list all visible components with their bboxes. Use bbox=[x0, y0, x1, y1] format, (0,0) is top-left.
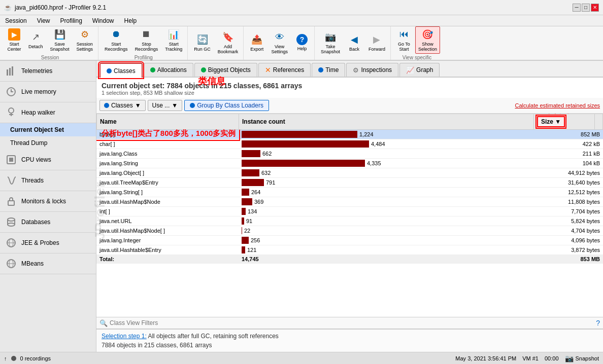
close-button[interactable]: ✕ bbox=[591, 4, 599, 12]
sidebar-item-cpu-views[interactable]: CPU views bbox=[0, 150, 96, 170]
menu-view[interactable]: View bbox=[34, 16, 53, 25]
tab-biggest-objects[interactable]: Biggest Objects bbox=[194, 63, 257, 77]
table-row[interactable]: java.util.HashMap$Node 369 11,808 bytes bbox=[96, 197, 603, 207]
add-bookmark-button[interactable]: 🔖 AddBookmark bbox=[215, 29, 242, 56]
sidebar-item-heap-walker[interactable]: Heap walker bbox=[0, 102, 96, 123]
content-toolbar: Classes ▼ Use ... ▼ Group By Class Loade… bbox=[96, 98, 603, 114]
table-scroll[interactable]: byte[ ] 1,224 852 MB char[ ] 4,484 422 k… bbox=[96, 130, 603, 317]
take-snapshot-button[interactable]: 📷 TakeSnapshot bbox=[318, 29, 343, 56]
show-selection-button[interactable]: 🎯 ShowSelection bbox=[415, 26, 440, 54]
sidebar-item-label: Monitors & locks bbox=[21, 198, 66, 205]
graph-icon: 📈 bbox=[406, 66, 414, 74]
tab-references[interactable]: ✕ References bbox=[258, 63, 311, 77]
cell-size: 4,704 bytes bbox=[542, 226, 603, 236]
cell-instance-count: 256 bbox=[239, 236, 542, 245]
sidebar-item-label: Live memory bbox=[21, 88, 56, 95]
menu-profiling[interactable]: Profiling bbox=[57, 16, 85, 25]
table-row[interactable]: int[ ] 134 7,704 bytes bbox=[96, 207, 603, 216]
sidebar-item-thread-dump[interactable]: Thread Dump bbox=[0, 136, 96, 150]
table-row[interactable]: java.util.HashMap$Node[ ] 22 4,704 bytes bbox=[96, 226, 603, 236]
sidebar-item-current-object-set[interactable]: Current Object Set bbox=[0, 123, 96, 136]
table-row[interactable]: char[ ] 4,484 422 kB bbox=[96, 139, 603, 149]
maximize-button[interactable]: □ bbox=[582, 4, 590, 12]
svg-rect-1 bbox=[9, 68, 11, 76]
cell-class-name: java.util.TreeMap$Entry bbox=[96, 178, 239, 188]
references-icon: ✕ bbox=[265, 66, 271, 74]
menu-session[interactable]: Session bbox=[2, 16, 30, 25]
start-tracking-button[interactable]: 📊 StartTracking bbox=[162, 26, 185, 54]
forward-button[interactable]: ▶ Forward bbox=[365, 31, 388, 54]
menu-help[interactable]: Help bbox=[121, 16, 140, 25]
tab-dot bbox=[150, 67, 155, 72]
group-by-class-loaders-button[interactable]: Group By Class Loaders bbox=[184, 100, 269, 111]
cell-instance-count: 134 bbox=[239, 207, 542, 216]
cell-class-name: java.lang.String[ ] bbox=[96, 188, 239, 197]
class-filter-input[interactable] bbox=[110, 319, 596, 326]
cell-class-name: int[ ] bbox=[96, 207, 239, 216]
sidebar-item-label: Threads bbox=[21, 177, 44, 184]
help-button[interactable]: ? Help bbox=[292, 32, 312, 53]
start-recordings-button[interactable]: ⏺ StartRecordings bbox=[102, 26, 131, 54]
cell-class-name: java.lang.String bbox=[96, 159, 239, 168]
selection-step-link[interactable]: Selection step 1: bbox=[102, 333, 147, 340]
heap-walker-icon bbox=[5, 106, 17, 119]
go-to-start-button[interactable]: ⏮ Go ToStart bbox=[394, 26, 414, 54]
sidebar: Telemetries Live memory Heap walker Curr… bbox=[0, 61, 96, 352]
tab-classes[interactable]: Classes bbox=[99, 63, 143, 78]
save-snapshot-button[interactable]: 💾 SaveSnapshot bbox=[47, 26, 73, 54]
cell-class-name: java.util.Hashtable$Entry bbox=[96, 245, 239, 255]
menu-window[interactable]: Window bbox=[89, 16, 117, 25]
filter-help-icon[interactable]: ? bbox=[596, 319, 600, 327]
databases-icon bbox=[5, 216, 17, 228]
cell-class-name: java.net.URL bbox=[96, 216, 239, 226]
cell-size: 104 kB bbox=[542, 159, 603, 168]
scroll-spacer bbox=[595, 114, 603, 130]
sidebar-item-mbeans[interactable]: MBeans bbox=[0, 253, 96, 274]
tab-graph[interactable]: 📈 Graph bbox=[399, 63, 440, 77]
export-button[interactable]: 📤 Export bbox=[247, 31, 267, 54]
sidebar-item-label: Telemetries bbox=[21, 67, 52, 75]
annotation-class-info: 类信息 bbox=[198, 75, 225, 87]
back-button[interactable]: ◀ Back bbox=[344, 31, 364, 54]
table-row[interactable]: java.lang.Object[ ] 632 44,912 bytes bbox=[96, 168, 603, 178]
calculate-retained-sizes-link[interactable]: Calculate estimated retained sizes bbox=[515, 102, 600, 108]
stop-recordings-button[interactable]: ⏹ StopRecordings bbox=[132, 26, 161, 54]
classes-dropdown[interactable]: Classes ▼ bbox=[99, 100, 146, 111]
minimize-button[interactable]: ─ bbox=[573, 4, 581, 12]
total-size: 853 MB bbox=[542, 255, 603, 264]
sidebar-item-threads[interactable]: Threads bbox=[0, 170, 96, 191]
tab-inspections[interactable]: ⚙ Inspections bbox=[346, 63, 398, 77]
table-row[interactable]: java.util.TreeMap$Entry 791 31,640 bytes bbox=[96, 178, 603, 188]
tab-allocations[interactable]: Allocations bbox=[144, 63, 193, 77]
table-row[interactable]: java.util.Hashtable$Entry 121 3,872 byte… bbox=[96, 245, 603, 255]
sidebar-item-monitors-locks[interactable]: Monitors & locks bbox=[0, 191, 96, 212]
cpu-views-icon bbox=[5, 154, 17, 166]
table-row[interactable]: java.lang.String[ ] 264 12,512 bytes bbox=[96, 188, 603, 197]
tab-time[interactable]: Time bbox=[312, 63, 345, 77]
table-row[interactable]: java.lang.String 4,335 104 kB bbox=[96, 159, 603, 168]
sidebar-item-telemetries[interactable]: Telemetries bbox=[0, 61, 96, 82]
table-row[interactable]: java.lang.Integer 256 4,096 bytes bbox=[96, 236, 603, 245]
start-center-button[interactable]: ▶ StartCenter bbox=[4, 26, 24, 54]
header-title: Current object set: 7884 objects in 215 … bbox=[102, 82, 598, 90]
sidebar-item-label: CPU views bbox=[21, 156, 51, 163]
col-header-instance-count[interactable]: Instance count bbox=[239, 114, 534, 130]
cell-instance-count: 91 bbox=[239, 216, 542, 226]
menu-bar: Session View Profiling Window Help bbox=[0, 15, 603, 26]
table-row[interactable]: java.net.URL 91 5,824 bytes bbox=[96, 216, 603, 226]
col-header-name[interactable]: Name bbox=[97, 114, 239, 130]
detach-button[interactable]: ↗ Detach bbox=[25, 29, 46, 51]
use-dropdown[interactable]: Use ... ▼ bbox=[148, 100, 183, 111]
sidebar-item-live-memory[interactable]: Live memory bbox=[0, 82, 96, 102]
sidebar-item-databases[interactable]: Databases bbox=[0, 212, 96, 233]
session-settings-button[interactable]: ⚙ SessionSettings bbox=[74, 26, 96, 54]
group-dot bbox=[190, 103, 195, 108]
cell-class-name: char[ ] bbox=[96, 139, 239, 149]
status-time: 00:00 bbox=[545, 355, 559, 361]
run-gc-button[interactable]: 🔄 Run GC bbox=[191, 31, 214, 54]
sidebar-item-jee-probes[interactable]: JEE & Probes bbox=[0, 233, 96, 253]
view-settings-button[interactable]: 👁 ViewSettings bbox=[268, 29, 291, 56]
table-row[interactable]: java.lang.Class 662 211 kB bbox=[96, 149, 603, 159]
col-header-size[interactable]: Size ▼ bbox=[534, 114, 595, 130]
cell-size: 211 kB bbox=[542, 149, 603, 159]
